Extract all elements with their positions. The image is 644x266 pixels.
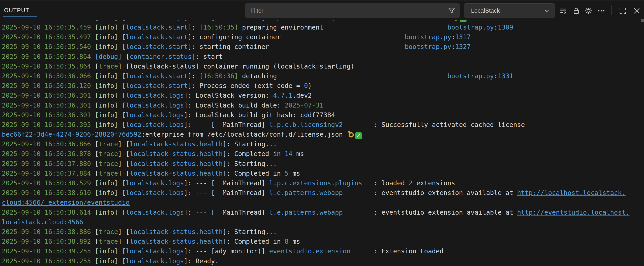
log-line: 2025-09-10 16:50:39.255 [info] [localsta… bbox=[0, 246, 644, 256]
log-token: localstack.logs bbox=[126, 258, 184, 265]
log-token: 4.7.1 bbox=[273, 92, 292, 99]
log-line: 2025-09-10 16:50:36.066 [info] [localsta… bbox=[0, 71, 644, 81]
log-token: : Successfully activated cached license bbox=[343, 121, 525, 129]
log-token: localstack-status.health bbox=[130, 238, 223, 245]
log-token: container.status bbox=[130, 53, 192, 60]
log-token: localstack.logs bbox=[126, 92, 184, 99]
scrollbar-thumb[interactable] bbox=[641, 19, 644, 22]
log-token: : eventstudio extension available at bbox=[343, 209, 517, 216]
url-link[interactable]: http://eventstudio.localhost. bbox=[517, 209, 630, 216]
filter-icon[interactable] bbox=[447, 6, 456, 15]
log-token: ]: --- [ MainThread] bbox=[184, 189, 269, 197]
log-token: ]: --- [ MainThread] bbox=[184, 179, 269, 187]
log-token: trace bbox=[99, 160, 118, 167]
log-token: [info] bbox=[95, 33, 122, 41]
log-token: ] [ bbox=[118, 140, 130, 148]
close-panel-icon[interactable] bbox=[632, 6, 642, 16]
log-token: [ bbox=[122, 53, 130, 60]
log-token: 2025-09-10 16:50:37.884 bbox=[2, 170, 95, 177]
log-token: 2025-09-10 16:50:36.301 bbox=[2, 92, 95, 99]
log-token: trace bbox=[99, 140, 118, 148]
log-token: [ bbox=[122, 248, 126, 255]
log-token: [ bbox=[95, 140, 99, 148]
log-token: localstack.logs bbox=[126, 121, 184, 129]
log-token: [ bbox=[122, 179, 126, 187]
log-token: 2025-09-10 16:50:36.395 bbox=[2, 121, 95, 129]
log-token: : Extension Loaded bbox=[350, 248, 444, 255]
maximize-panel-icon[interactable] bbox=[618, 6, 628, 16]
log-token: ]: LocalStack build date: bbox=[184, 102, 284, 109]
log-line: 2025-09-10 16:50:38.529 [info] [localsta… bbox=[0, 178, 644, 188]
log-token: l.p.c.b.licensingv2 bbox=[269, 121, 343, 129]
log-token: localstack.start bbox=[126, 82, 188, 90]
log-token: : bbox=[451, 43, 455, 50]
log-token: 2025-09-10 16:50:35.445 bbox=[2, 20, 95, 21]
file-link[interactable]: 1331 bbox=[498, 72, 513, 80]
log-line: bec66f22-3d4e-4274-9206-28820f76d592:ent… bbox=[0, 130, 644, 139]
more-actions-icon[interactable] bbox=[596, 6, 606, 16]
file-link[interactable]: bootstrap.py bbox=[405, 33, 452, 41]
log-token: ]: start bbox=[192, 53, 223, 60]
log-token: 2025-09-10 16:50:36.301 bbox=[2, 111, 95, 119]
lock-icon[interactable] bbox=[571, 6, 581, 16]
log-token: ]: Completed in bbox=[223, 170, 285, 177]
log-line: 2025-09-10 16:50:36.878 [trace] [localst… bbox=[0, 149, 644, 159]
log-token: 2025-09-10 16:50:38.610 bbox=[2, 189, 95, 197]
file-link[interactable]: bootstrap.py bbox=[405, 43, 452, 50]
url-link[interactable]: http://localhost.localstack. bbox=[517, 189, 626, 197]
log-token: .dev2 bbox=[292, 92, 312, 99]
clear-output-icon[interactable] bbox=[558, 6, 568, 16]
file-link[interactable]: bootstrap.py bbox=[447, 72, 494, 80]
log-token: : bbox=[451, 33, 455, 41]
gear-icon[interactable] bbox=[584, 6, 594, 16]
log-token: localstack-status.health bbox=[130, 160, 223, 167]
log-token: [16:50:36] bbox=[200, 72, 238, 80]
log-token: localstack-status.health bbox=[130, 170, 223, 177]
key-emoji-icon bbox=[450, 20, 460, 22]
log-line: 2025-09-10 16:50:38.610 [info] [localsta… bbox=[0, 188, 644, 198]
log-token: ]: --- [ MainThread] bbox=[184, 209, 269, 216]
log-token: ] [ bbox=[118, 160, 130, 167]
log-token: ] [ bbox=[118, 150, 130, 157]
log-token: 2025-09-10 16:50:36.866 bbox=[2, 140, 95, 148]
log-token: 2025-09-10 16:50:37.880 bbox=[2, 160, 95, 167]
log-token: localstack-status.health bbox=[130, 140, 223, 148]
file-link[interactable]: 1317 bbox=[455, 33, 471, 41]
log-token: 2025-09-10 16:50:35.864 bbox=[2, 53, 95, 60]
url-link[interactable]: localstack.cloud:4566 bbox=[2, 218, 83, 226]
log-token: localstack.start bbox=[126, 24, 188, 31]
log-token: [info] bbox=[95, 209, 122, 216]
log-token: 2025-09-10 16:50:36.066 bbox=[2, 72, 95, 80]
log-token: ]: Process ended (exit code = bbox=[188, 82, 304, 90]
log-output-area[interactable]: 2025-09-10 16:50:35.445 [info] [localsta… bbox=[0, 20, 644, 266]
output-channel-select[interactable]: LocalStack bbox=[464, 3, 555, 18]
file-link[interactable]: bootstrap.py bbox=[447, 24, 494, 31]
log-token: [ bbox=[95, 238, 99, 245]
log-token: ms bbox=[288, 170, 300, 177]
log-token: ]: Starting... bbox=[223, 140, 277, 148]
log-token: 2025-09-10 16:50:35.540 bbox=[2, 43, 95, 50]
file-link[interactable]: 1327 bbox=[455, 43, 471, 50]
log-line: 2025-09-10 16:50:35.540 [info] [localsta… bbox=[0, 42, 644, 52]
log-token: ]: --- [ady_monitor)] bbox=[184, 248, 269, 255]
log-token: trace bbox=[99, 170, 118, 177]
log-token: localstack-status.health bbox=[130, 150, 223, 157]
log-token: localstack.start bbox=[126, 72, 188, 80]
log-line: 2025-09-10 16:50:37.880 [trace] [localst… bbox=[0, 159, 644, 169]
url-link[interactable]: cloud:4566/_extension/eventstudio bbox=[2, 199, 130, 206]
scrollbar-track bbox=[641, 20, 641, 266]
log-token: 2025-09-10 16:50:35.459 bbox=[2, 24, 95, 31]
log-line: 2025-09-10 16:50:36.301 [info] [localsta… bbox=[0, 91, 644, 100]
file-link[interactable]: 1309 bbox=[498, 24, 513, 31]
log-token: [info] bbox=[95, 102, 122, 109]
log-token: [info] bbox=[95, 179, 122, 187]
log-token: 2025-09-10 16:50:39.255 bbox=[2, 248, 95, 255]
log-token: ]: configuring container bbox=[188, 33, 405, 41]
log-line: 2025-09-10 16:50:35.445 [info] [localsta… bbox=[0, 20, 644, 22]
panel-header: OUTPUT LocalStack bbox=[0, 0, 644, 20]
log-line: cloud:4566/_extension/eventstudio bbox=[0, 198, 644, 207]
filter-input[interactable] bbox=[245, 7, 447, 14]
log-token: ]: bbox=[188, 24, 200, 31]
log-line: 2025-09-10 16:50:35.864 [trace] [localst… bbox=[0, 62, 644, 71]
log-token: ]: Ready. bbox=[184, 258, 218, 265]
